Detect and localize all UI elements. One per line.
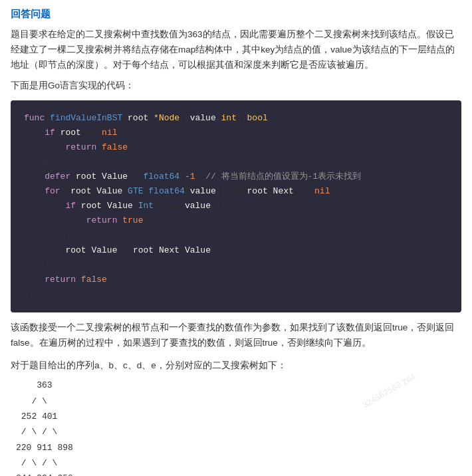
tree-row-1: / \ <box>16 394 461 409</box>
code-block: func findValueInBST(root *Node, value in… <box>11 100 461 312</box>
code-line-7: if root.Value.Int() == value { <box>24 199 448 213</box>
tree-intro-text: 对于题目给出的序列a、b、c、d、e，分别对应的二叉搜索树如下： <box>11 360 287 370</box>
after-code-text: 该函数接受一个二叉搜索树的根节点和一个要查找的数值作为参数，如果找到了该数值则返… <box>11 322 454 348</box>
code-intro: 下面是用Go语言实现的代码： <box>11 78 461 94</box>
code-line-2: if root == nil { <box>24 126 448 140</box>
tree-diagram: 363 / \ 252 401 / \ / \ 220 911 898 / \ … <box>16 378 461 476</box>
page-title: 回答问题 <box>11 8 461 21</box>
tree-row-5: / \ / \ <box>16 455 461 471</box>
tree-intro: 对于题目给出的序列a、b、c、d、e，分别对应的二叉搜索树如下： <box>11 358 461 374</box>
tree-row-6: 244 924 258 <box>16 471 461 476</box>
tree-row-4: 220 911 898 <box>16 440 461 455</box>
code-line-12: return false <box>24 273 448 287</box>
code-line-11: } <box>24 258 448 273</box>
main-description: 题目要求在给定的二叉搜索树中查找数值为363的结点，因此需要遍历整个二叉搜索树来… <box>11 27 461 73</box>
tree-row-3: / \ / \ <box>16 424 461 439</box>
code-line-8: return true <box>24 213 448 228</box>
page-container: 回答问题 题目要求在给定的二叉搜索树中查找数值为363的结点，因此需要遍历整个二… <box>0 0 472 476</box>
code-line-13: } <box>24 287 448 302</box>
code-line-5: defer root.Value = float64(-1) // 将当前结点的… <box>24 170 448 184</box>
code-line-6: for !root.Value.GTE(float64(value)) && r… <box>24 184 448 199</box>
code-line-10: root.Value = root.Next.Value <box>24 243 448 258</box>
code-line-9: } <box>24 229 448 243</box>
tree-row-2: 252 401 <box>16 409 461 424</box>
after-code-description: 该函数接受一个二叉搜索树的根节点和一个要查找的数值作为参数，如果找到了该数值则返… <box>11 320 461 351</box>
tree-row-0: 363 <box>16 378 461 393</box>
code-line-4: } <box>24 155 448 170</box>
code-line-3: return false <box>24 140 448 155</box>
code-line-1: func findValueInBST(root *Node, value in… <box>24 111 448 126</box>
